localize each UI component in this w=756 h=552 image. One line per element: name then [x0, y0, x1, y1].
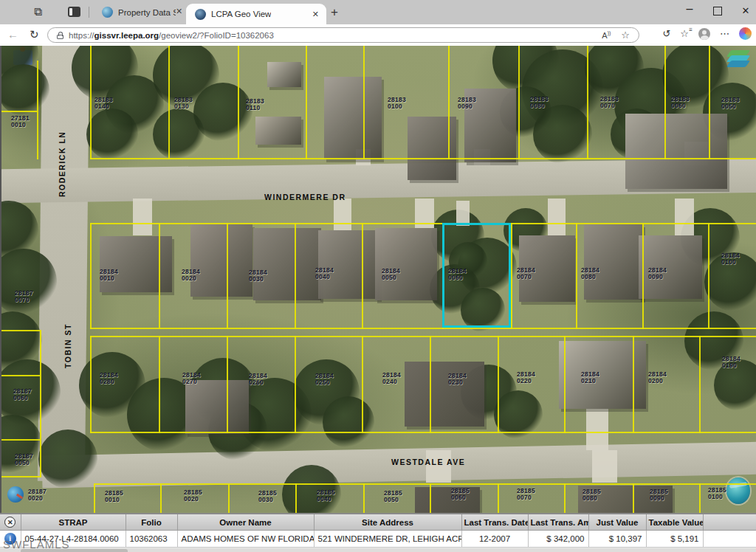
- workspaces-icon[interactable]: ⧉: [34, 6, 47, 18]
- browser-toolbar: ← ↻ https://gissvr.leepa.org/geoview2/?F…: [0, 24, 756, 46]
- tree-canopy: [153, 108, 205, 160]
- col-folio: Folio: [126, 514, 177, 531]
- cell-just-value: $ 10,397: [588, 531, 646, 548]
- horizontal-scrollbar[interactable]: [0, 548, 756, 552]
- globe-pin-icon[interactable]: [7, 486, 24, 503]
- window-close-button[interactable]: ✕: [735, 5, 756, 16]
- tab2-close-icon[interactable]: ✕: [308, 10, 323, 19]
- parcel-line: [448, 46, 450, 159]
- refresh-button[interactable]: ↻: [30, 28, 39, 41]
- tab1-title: Property Data Search | Lee Count: [118, 8, 176, 17]
- map-viewport[interactable]: 27181 001028183 014028183 013028183 0110…: [0, 46, 756, 513]
- globe-icon[interactable]: [726, 477, 750, 504]
- parcel-line: [90, 336, 756, 337]
- parcel-line: [295, 483, 297, 513]
- street-label: WINDERMERE DR: [264, 193, 346, 201]
- settings-more-icon[interactable]: ⋯: [720, 28, 729, 39]
- tree-canopy: [38, 429, 97, 489]
- parcel-line: [160, 483, 162, 513]
- parcel-line: [699, 336, 701, 433]
- tree-canopy: [323, 396, 374, 448]
- favorite-star-icon[interactable]: ☆: [621, 30, 630, 41]
- parcel-line: [709, 46, 710, 159]
- results-panel: ✕ STRAP Folio Owner Name Site Address La…: [0, 513, 756, 552]
- watermark: SWFLAMLS: [3, 538, 70, 551]
- parcel-line: [430, 336, 431, 433]
- maximize-button[interactable]: [707, 7, 728, 15]
- tree-canopy: [86, 108, 138, 160]
- parcel-label: 28184 0080: [581, 267, 599, 280]
- parcel-line: [576, 223, 577, 329]
- tab1-favicon: [102, 7, 113, 18]
- tab-lcpa-geo-view[interactable]: LCPA Geo View ✕: [186, 4, 326, 24]
- driveway: [548, 199, 566, 235]
- table-row[interactable]: i 05-44-27-L4-28184.0060 10362063 ADAMS …: [0, 531, 756, 548]
- parcel-line: [94, 483, 95, 513]
- url-path: /geoview2/?FolioID=10362063: [159, 31, 274, 40]
- cell-taxable-value: $ 5,191: [646, 531, 703, 548]
- minimize-button[interactable]: –: [679, 2, 700, 15]
- tab-separator: [89, 7, 89, 18]
- tab1-close-icon[interactable]: ✕: [171, 7, 187, 16]
- tab-strip: ⧉ Property Data Search | Lee Count ✕ LCP…: [0, 0, 756, 24]
- parcel-label: 28183 0140: [94, 97, 113, 110]
- parcel-line: [1, 375, 40, 376]
- house-roof: [253, 228, 321, 300]
- parcel-label: 28185 0080: [583, 489, 601, 502]
- parcel-label: 28184 0100: [721, 252, 740, 266]
- col-just-value: Just Value: [588, 514, 646, 531]
- house-roof: [405, 362, 484, 427]
- parcel-line: [94, 483, 756, 485]
- favorites-bar-icon[interactable]: ☆: [680, 28, 689, 39]
- tab2-title: LCPA Geo View: [211, 10, 271, 18]
- parcel-label: 28183 0050: [721, 97, 740, 110]
- close-grid-icon[interactable]: ✕: [4, 517, 16, 528]
- house-roof: [100, 236, 172, 292]
- cell-owner: ADAMS HOMES OF NW FLORIDA INC: [177, 531, 314, 548]
- parcel-line: [90, 158, 756, 159]
- parcel-line: [642, 223, 644, 329]
- driveway: [334, 199, 351, 231]
- lock-icon[interactable]: [57, 32, 63, 39]
- parcel-label: 28187 0020: [28, 489, 47, 502]
- house-roof: [584, 224, 643, 300]
- parcel-label: 28184 0200: [648, 371, 667, 384]
- driveway: [456, 201, 470, 226]
- read-aloud-icon[interactable]: A)): [602, 30, 611, 40]
- parcel-line: [159, 223, 160, 329]
- tab-actions-icon[interactable]: [68, 7, 80, 17]
- parcel-line: [498, 483, 499, 513]
- browser-essentials-icon[interactable]: ↺: [662, 28, 670, 39]
- parcel-label: 28185 0100: [708, 487, 726, 500]
- parcel-label: 28184 0060: [448, 268, 467, 281]
- parcel-label: 28184 0270: [182, 372, 201, 385]
- back-button[interactable]: ←: [7, 28, 18, 41]
- parcel-label: 28184 0250: [315, 373, 334, 386]
- copilot-icon[interactable]: [739, 27, 752, 40]
- url-scheme: https://: [69, 31, 94, 40]
- col-taxable-value: Taxable Value: [646, 514, 703, 531]
- driveway: [675, 199, 694, 235]
- parcel-line: [511, 223, 512, 329]
- parcel-label: 28187 0070: [15, 290, 33, 303]
- layers-icon[interactable]: [729, 50, 751, 69]
- address-bar[interactable]: https://gissvr.leepa.org/geoview2/?Folio…: [47, 27, 639, 43]
- parcel-line: [306, 46, 307, 159]
- parcel-label: 28185 0070: [517, 488, 535, 501]
- parcel-line: [708, 223, 709, 329]
- parcel-label: 28183 0080: [530, 96, 549, 109]
- parcel-line: [40, 330, 41, 477]
- parcel-line: [498, 336, 499, 433]
- cell-empty: [703, 531, 756, 548]
- parcel-line: [295, 223, 296, 329]
- parcel-line: [1, 476, 40, 477]
- col-last-trans-amt: Last Trans. Amt: [528, 514, 588, 531]
- parcel-label: 28184 0050: [382, 268, 400, 281]
- house-roof: [324, 77, 382, 159]
- parcel-label: 28184 0030: [249, 269, 267, 283]
- parcel-label: 28185 0040: [317, 489, 335, 503]
- parcel-label: 27181 0010: [11, 115, 30, 128]
- parcel-label: 28184 0280: [100, 372, 118, 385]
- profile-avatar[interactable]: [698, 28, 710, 40]
- new-tab-button[interactable]: +: [331, 5, 338, 20]
